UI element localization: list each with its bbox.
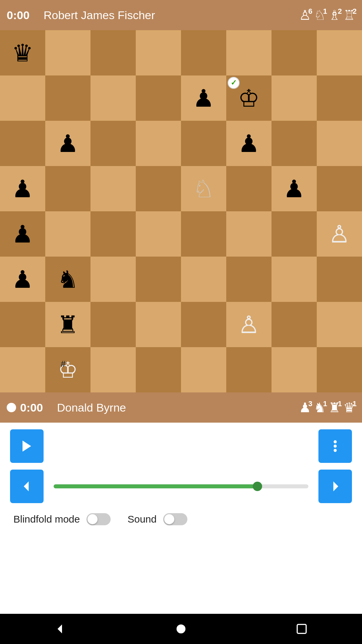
cell-b3[interactable]: ♞ (45, 257, 90, 302)
svg-rect-8 (297, 625, 306, 634)
cell-e3[interactable] (181, 257, 226, 302)
bottom-player-bar: 0:00 Donald Byrne 3 ♟ 1 ♞ 1 ♜ 1 ♛ (0, 392, 362, 423)
cell-f1[interactable] (226, 347, 272, 392)
play-icon (19, 439, 34, 453)
cell-e5[interactable]: ♘ (181, 166, 226, 211)
cell-f6[interactable]: ♟ (226, 121, 272, 166)
cell-h7[interactable] (317, 75, 362, 121)
cell-c2[interactable] (90, 302, 136, 347)
blindfold-toggle[interactable] (86, 513, 111, 525)
cell-b8[interactable] (45, 30, 90, 75)
cell-c3[interactable] (90, 257, 136, 302)
cell-g1[interactable] (272, 347, 317, 392)
sound-toggle[interactable] (163, 513, 187, 525)
home-nav-icon (174, 622, 188, 636)
bot-cap-rook: 1 ♜ (328, 401, 341, 414)
top-cap-bishop: 2 ♗ (328, 8, 341, 22)
cell-d7[interactable] (136, 75, 181, 121)
cell-a1[interactable] (0, 347, 45, 392)
cell-e4[interactable] (181, 211, 226, 257)
cell-c5[interactable] (90, 166, 136, 211)
cell-h3[interactable] (317, 257, 362, 302)
cell-h2[interactable] (317, 302, 362, 347)
progress-thumb[interactable] (253, 482, 262, 491)
cell-f7[interactable]: ✓ ♔ (226, 75, 272, 121)
next-icon (328, 479, 343, 494)
cell-a7[interactable] (0, 75, 45, 121)
cell-a2[interactable] (0, 302, 45, 347)
cell-c6[interactable] (90, 121, 136, 166)
blindfold-label: Blindfold mode (13, 514, 80, 525)
controls-row-2 (10, 470, 352, 503)
cell-f8[interactable] (226, 30, 272, 75)
cell-d4[interactable] (136, 211, 181, 257)
cell-f2[interactable]: ♙ (226, 302, 272, 347)
cell-a8[interactable]: ♛ (0, 30, 45, 75)
cell-h1[interactable] (317, 347, 362, 392)
cell-b7[interactable] (45, 75, 90, 121)
svg-point-3 (334, 449, 337, 452)
cell-f3[interactable] (226, 257, 272, 302)
cell-b5[interactable] (45, 166, 90, 211)
cell-e1[interactable] (181, 347, 226, 392)
top-cap-knight: 1 ♘ (314, 8, 326, 22)
cell-d1[interactable] (136, 347, 181, 392)
bottom-player-name: Donald Byrne (50, 401, 299, 414)
cell-f5[interactable] (226, 166, 272, 211)
cell-d3[interactable] (136, 257, 181, 302)
cell-c8[interactable] (90, 30, 136, 75)
cell-e6[interactable] (181, 121, 226, 166)
chess-board[interactable]: ♛ ♟ ✓ ♔ ♟ ♟ ♟ ♘ ♟ ♟ ♙ ♟ ♞ ♜ (0, 30, 362, 392)
cell-d5[interactable] (136, 166, 181, 211)
cell-h4[interactable]: ♙ (317, 211, 362, 257)
more-icon (328, 439, 343, 453)
progress-bar[interactable] (54, 484, 308, 488)
cell-a6[interactable] (0, 121, 45, 166)
cell-f4[interactable] (226, 211, 272, 257)
home-nav-button[interactable] (171, 619, 191, 639)
cell-g2[interactable] (272, 302, 317, 347)
cell-b1[interactable]: ♔ # (45, 347, 90, 392)
cell-c7[interactable] (90, 75, 136, 121)
cell-b6[interactable]: ♟ (45, 121, 90, 166)
cell-h8[interactable] (317, 30, 362, 75)
cell-a4[interactable]: ♟ (0, 211, 45, 257)
cell-b4[interactable] (45, 211, 90, 257)
controls-row-1 (10, 429, 352, 463)
cell-g7[interactable] (272, 75, 317, 121)
cell-e2[interactable] (181, 302, 226, 347)
cell-d2[interactable] (136, 302, 181, 347)
cell-b2[interactable]: ♜ (45, 302, 90, 347)
top-player-bar: 0:00 Robert James Fischer 6 ♙ 1 ♘ 2 ♗ 2 … (0, 0, 362, 30)
next-button[interactable] (318, 470, 352, 503)
cell-a5[interactable]: ♟ (0, 166, 45, 211)
cell-g3[interactable] (272, 257, 317, 302)
cell-g8[interactable] (272, 30, 317, 75)
play-button[interactable] (10, 429, 44, 463)
bottom-player-timer: 0:00 (20, 401, 50, 414)
cell-e7[interactable]: ♟ (181, 75, 226, 121)
cell-c1[interactable] (90, 347, 136, 392)
cell-a3[interactable]: ♟ (0, 257, 45, 302)
svg-marker-4 (24, 481, 29, 491)
back-nav-button[interactable] (50, 619, 70, 639)
recents-nav-button[interactable] (292, 619, 312, 639)
cell-h6[interactable] (317, 121, 362, 166)
cell-c4[interactable] (90, 211, 136, 257)
cell-g4[interactable] (272, 211, 317, 257)
prev-button[interactable] (10, 470, 44, 503)
controls-area: Blindfold mode Sound (0, 423, 362, 535)
cell-d8[interactable] (136, 30, 181, 75)
cell-g5[interactable]: ♟ (272, 166, 317, 211)
android-nav-bar (0, 614, 362, 644)
svg-point-2 (334, 444, 337, 447)
toggles-row: Blindfold mode Sound (10, 503, 352, 529)
bottom-captured-pieces: 3 ♟ 1 ♞ 1 ♜ 1 ♛ (299, 401, 355, 414)
cell-g6[interactable] (272, 121, 317, 166)
top-captured-pieces: 6 ♙ 1 ♘ 2 ♗ 2 ♖ (299, 8, 355, 22)
cell-e8[interactable] (181, 30, 226, 75)
more-button[interactable] (318, 429, 352, 463)
back-nav-icon (54, 622, 67, 636)
cell-d6[interactable] (136, 121, 181, 166)
cell-h5[interactable] (317, 166, 362, 211)
